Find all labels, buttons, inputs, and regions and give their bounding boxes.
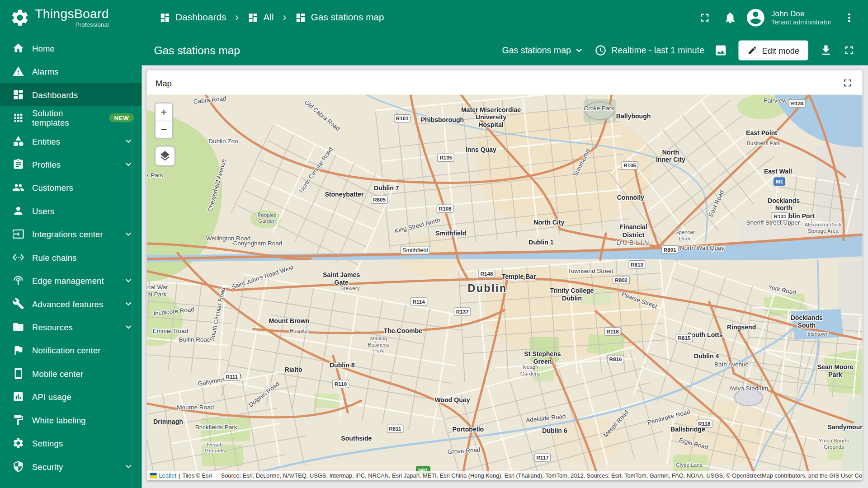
sidebar-item-label: Security	[32, 462, 63, 471]
sidebar-item-label: API usage	[32, 392, 71, 402]
fullscreen-icon	[841, 77, 854, 89]
attribution-separator: |	[179, 472, 180, 479]
leaflet-link[interactable]: Leaflet	[159, 472, 176, 479]
dashboard-content: Map	[142, 65, 868, 488]
chevron-down-icon	[574, 45, 585, 56]
shield-icon	[12, 460, 24, 473]
brand-name: ThingsBoard	[35, 8, 109, 20]
brand-edition: Professional	[75, 22, 109, 28]
sidebar-item-label: Mobile center	[32, 369, 83, 378]
sidebar-item-home[interactable]: Home	[0, 37, 142, 60]
sidebar-item-white-labeling[interactable]: White labeling	[0, 408, 142, 432]
app-logo[interactable]: ThingsBoard Professional	[0, 0, 142, 35]
chevron-right-icon	[232, 13, 242, 23]
page-title: Gas stations map	[154, 44, 240, 56]
dashboard-image-button[interactable]	[710, 39, 732, 61]
more-menu-button[interactable]	[838, 7, 860, 29]
timewindow-button[interactable]: Realtime - last 1 minute	[595, 44, 705, 56]
breadcrumb-item-dashboards[interactable]: Dashboards	[160, 12, 226, 23]
sidebar-item-advanced-features[interactable]: Advanced features	[0, 292, 142, 315]
attribution-text: Tiles © Esri — Source: Esri, DeLorme, NA…	[182, 472, 863, 479]
sidebar-item-mobile-center[interactable]: Mobile center	[0, 362, 142, 385]
widget-fullscreen-button[interactable]	[840, 76, 855, 90]
warn-icon	[12, 65, 24, 77]
sidebar-item-profiles[interactable]: Profiles	[0, 153, 142, 176]
dashboards-icon	[247, 12, 258, 23]
chevron-down-icon	[123, 321, 134, 332]
map-widget-card: Map	[146, 70, 862, 480]
chevron-down-icon	[123, 159, 134, 169]
edit-mode-label: Edit mode	[762, 46, 799, 55]
person-icon	[12, 205, 24, 217]
main-area: DashboardsAllGas stations map John Doe T…	[142, 0, 868, 488]
breadcrumb-item-gas-stations-map[interactable]: Gas stations map	[295, 12, 384, 23]
map-basemap	[146, 94, 862, 480]
toolbar-actions: Gas stations map Realtime - last 1 minut…	[502, 39, 860, 61]
map-canvas[interactable]: Cabra RoadOld Cabra RoadMater Misericord…	[146, 94, 862, 480]
zoom-out-button[interactable]: −	[156, 121, 172, 138]
sidebar-item-label: Solution templates	[32, 108, 94, 127]
new-badge: NEW	[109, 113, 134, 122]
breadcrumb-label: Gas stations map	[311, 12, 384, 23]
sidebar-item-label: Edge management	[32, 276, 104, 285]
layers-control[interactable]	[155, 145, 176, 167]
fullscreen-button[interactable]	[694, 7, 716, 29]
sidebar-item-rule-chains[interactable]: Rule chains	[0, 246, 142, 269]
thingsboard-logo-icon	[10, 8, 30, 28]
sidebar-item-notification-center[interactable]: Notification center	[0, 338, 142, 361]
avatar[interactable]	[745, 7, 767, 29]
dashboard-select[interactable]: Gas stations map	[502, 45, 585, 56]
user-info: John Doe Tenant administrator	[771, 9, 831, 27]
app-window: ThingsBoard Professional HomeAlarmsDashb…	[0, 0, 868, 488]
phone-icon	[12, 367, 24, 380]
antenna-icon	[12, 274, 24, 286]
map-attribution: Leaflet | Tiles © Esri — Source: Esri, D…	[146, 471, 862, 480]
brand: ThingsBoard Professional	[35, 8, 109, 28]
pencil-icon	[748, 45, 758, 55]
bell-icon	[724, 11, 737, 24]
input-icon	[12, 228, 24, 240]
sidebar-item-users[interactable]: Users	[0, 199, 142, 222]
sidebar-item-settings[interactable]: Settings	[0, 432, 142, 455]
sidebar-item-alarms[interactable]: Alarms	[0, 60, 142, 83]
expand-dashboard-button[interactable]	[838, 39, 860, 61]
home-icon	[12, 42, 24, 54]
people-icon	[12, 182, 24, 194]
dash-icon	[12, 89, 24, 101]
chevron-down-icon	[123, 229, 134, 239]
sidebar-item-label: Entities	[32, 136, 60, 146]
sidebar-nav: HomeAlarmsDashboardsSolution templatesNE…	[0, 35, 142, 488]
sidebar-item-label: Resources	[32, 322, 73, 332]
breadcrumb-item-all[interactable]: All	[247, 12, 274, 23]
sidebar-item-customers[interactable]: Customers	[0, 176, 142, 199]
sidebar-item-label: Customers	[32, 183, 73, 192]
folder-icon	[12, 321, 24, 333]
sidebar-item-resources[interactable]: Resources	[0, 315, 142, 338]
sidebar-item-label: Settings	[32, 438, 63, 448]
zoom-control: + −	[155, 103, 174, 139]
sidebar-item-api-usage[interactable]: API usage	[0, 385, 142, 408]
sidebar-item-label: Users	[32, 206, 54, 216]
image-icon	[714, 44, 727, 57]
sidebar-item-integrations-center[interactable]: Integrations center	[0, 222, 142, 245]
ukraine-flag-icon	[150, 473, 157, 478]
sidebar-item-solution-templates[interactable]: Solution templatesNEW	[0, 106, 142, 129]
sidebar-item-dashboards[interactable]: Dashboards	[0, 83, 142, 106]
widget-title: Map	[156, 78, 172, 88]
sidebar-item-label: Notification center	[32, 346, 101, 355]
paint-icon	[12, 414, 24, 426]
clock-icon	[595, 44, 607, 56]
chevron-down-icon	[123, 461, 134, 472]
sidebar-item-security[interactable]: Security	[0, 455, 142, 478]
notifications-button[interactable]	[719, 7, 741, 29]
zoom-in-button[interactable]: +	[156, 103, 172, 121]
edit-mode-button[interactable]: Edit mode	[739, 40, 808, 60]
breadcrumb-label: Dashboards	[175, 12, 226, 23]
badge-icon	[12, 158, 24, 170]
fullscreen-icon	[843, 44, 856, 57]
export-button[interactable]	[815, 39, 837, 61]
sidebar-item-edge-management[interactable]: Edge management	[0, 269, 142, 292]
sidebar-item-entities[interactable]: Entities	[0, 130, 142, 153]
map-widget-header: Map	[146, 70, 862, 95]
kebab-menu-icon	[843, 11, 856, 24]
